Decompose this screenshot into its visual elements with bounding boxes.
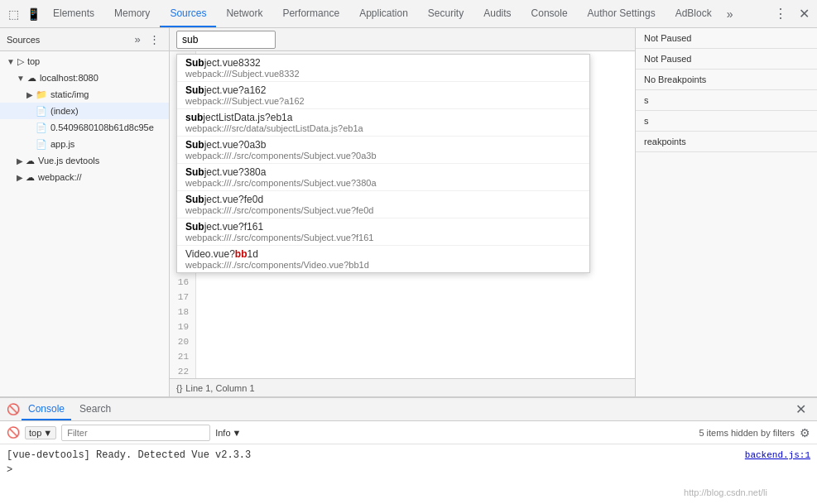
console-tab-console[interactable]: Console <box>22 398 71 420</box>
arrow-icon: ▶ <box>17 173 23 182</box>
autocomplete-item[interactable]: Video.vue?bb1d webpack:///./src/componen… <box>177 246 589 272</box>
tab-performance[interactable]: Performance <box>272 0 349 27</box>
tab-network[interactable]: Network <box>216 0 272 27</box>
tab-memory[interactable]: Memory <box>104 0 160 27</box>
right-panel-row: Not Paused <box>636 28 817 49</box>
mobile-icon[interactable]: 📱 <box>23 4 43 24</box>
search-container: Subject.vue8332 webpack:///Subject.vue83… <box>176 31 276 49</box>
autocomplete-item[interactable]: Subject.vue?fe0d webpack:///./src/compon… <box>177 191 589 218</box>
tree-label: (index) <box>50 106 79 116</box>
right-panel-row: No Breakpoints <box>636 70 817 90</box>
tree-item-webpack[interactable]: ▶ ☁ webpack:// <box>0 169 169 185</box>
close-devtools-button[interactable]: ✕ <box>794 4 814 24</box>
tab-audits[interactable]: Audits <box>473 0 521 27</box>
console-filter-bar: 🚫 top ▼ Info ▼ 5 items hidden by filters… <box>0 421 817 444</box>
tree-item-appjs[interactable]: ▶ 📄 app.js <box>0 136 169 152</box>
level-value: Info <box>215 428 230 438</box>
tree-label: static/img <box>50 89 89 99</box>
tab-sources[interactable]: Sources <box>160 0 216 27</box>
tree-item-static-img[interactable]: ▶ 📁 static/img <box>0 86 169 103</box>
level-selector[interactable]: Info ▼ <box>215 428 241 438</box>
tree-item-vue-devtools[interactable]: ▶ ☁ Vue.js devtools <box>0 152 169 169</box>
right-panel-row: reakpoints <box>636 132 817 152</box>
sidebar-more-button[interactable]: » <box>129 31 146 48</box>
folder-icon: 📁 <box>36 89 47 100</box>
console-tab-search[interactable]: Search <box>73 398 118 420</box>
file-icon: 📄 <box>36 106 47 117</box>
backend-link[interactable]: backend.js:1 <box>745 448 810 463</box>
arrow-icon: ▼ <box>17 74 25 83</box>
watermark: http://blog.csdn.net/li <box>684 487 767 497</box>
arrow-icon: ▶ <box>26 90 33 99</box>
server-icon: ☁ <box>27 73 36 84</box>
code-footer-icon: {} <box>176 383 182 393</box>
tree-item-chunk[interactable]: ▶ 📄 0.5409680108b61d8c95e <box>0 119 169 136</box>
autocomplete-item[interactable]: Subject.vue?380a webpack:///./src/compon… <box>177 164 589 191</box>
tab-author-settings[interactable]: Author Settings <box>578 0 666 27</box>
sidebar-header: Sources » ⋮ <box>0 28 169 51</box>
toolbar-dots[interactable]: ⋮ <box>771 4 791 24</box>
console-prompt-line: > <box>7 463 810 478</box>
console-close-button[interactable]: ✕ <box>791 400 810 420</box>
code-area: Subject.vue8332 webpack:///Subject.vue83… <box>170 28 635 396</box>
tab-elements[interactable]: Elements <box>43 0 104 27</box>
tab-application[interactable]: Application <box>349 0 418 27</box>
search-input[interactable] <box>176 31 276 49</box>
code-line <box>203 305 628 319</box>
tree-item-localhost[interactable]: ▼ ☁ localhost:8080 <box>0 70 169 86</box>
console-prompt: > <box>7 464 12 476</box>
pause-status-2: Not Paused <box>644 54 691 64</box>
file-icon: 📄 <box>36 139 47 150</box>
console-filter-input[interactable] <box>61 425 210 441</box>
autocomplete-item[interactable]: subjectListData.js?eb1a webpack:///src/d… <box>177 109 589 137</box>
autocomplete-item[interactable]: Subject.vue?a162 webpack:///Subject.vue?… <box>177 82 589 109</box>
panel-value-s1: s <box>644 95 649 105</box>
tree-label: app.js <box>50 139 74 149</box>
breakpoints-status: No Breakpoints <box>644 74 706 84</box>
context-selector[interactable]: top ▼ <box>25 426 56 439</box>
right-panel: Not Paused Not Paused No Breakpoints s s… <box>635 28 817 396</box>
tree-item-top[interactable]: ▼ ▷ top <box>0 53 169 70</box>
console-message-text: [vue-devtools] Ready. Detected Vue v2.3.… <box>7 449 251 461</box>
console-filter-icon[interactable]: 🚫 <box>7 403 20 415</box>
console-settings-button[interactable]: ⚙ <box>800 426 810 439</box>
clear-icon[interactable]: 🚫 <box>7 426 20 439</box>
tab-console[interactable]: Console <box>521 0 578 27</box>
right-panel-row: Not Paused <box>636 49 817 70</box>
code-line <box>203 290 628 305</box>
toolbar-right: ⋮ ✕ <box>771 4 814 24</box>
pause-status: Not Paused <box>644 33 691 43</box>
sources-sidebar: Sources » ⋮ ▼ ▷ top ▼ ☁ localhost:8080 <box>0 28 170 396</box>
more-tabs-button[interactable]: » <box>722 7 738 21</box>
tree-label: 0.5409680108b61d8c95e <box>50 122 154 132</box>
toolbar-tabs: Elements Memory Sources Network Performa… <box>43 0 722 27</box>
arrow-icon: ▼ <box>7 57 15 66</box>
hidden-count: 5 items hidden by filters <box>699 428 795 438</box>
tree-label: Vue.js devtools <box>38 156 99 166</box>
server-icon: ☁ <box>26 172 35 183</box>
panel-value-breakpoints: reakpoints <box>644 137 686 146</box>
main-area: Sources » ⋮ ▼ ▷ top ▼ ☁ localhost:8080 <box>0 28 817 396</box>
file-tree: ▼ ▷ top ▼ ☁ localhost:8080 ▶ 📁 static/im… <box>0 51 169 396</box>
tab-adblock[interactable]: AdBlock <box>666 0 722 27</box>
code-line <box>203 319 628 334</box>
autocomplete-item[interactable]: Subject.vue8332 webpack:///Subject.vue83… <box>177 55 589 82</box>
tab-security[interactable]: Security <box>418 0 473 27</box>
code-footer-position: Line 1, Column 1 <box>185 383 254 393</box>
code-line <box>203 275 628 290</box>
tree-item-index[interactable]: ▶ 📄 (index) <box>0 103 169 119</box>
context-value: top <box>29 428 41 438</box>
console-toolbar: 🚫 Console Search ✕ <box>0 398 817 421</box>
server-icon: ☁ <box>26 156 35 166</box>
panel-value-s2: s <box>644 116 649 126</box>
inspect-icon[interactable]: ⬚ <box>3 4 23 24</box>
sidebar-title: Sources <box>7 35 129 45</box>
autocomplete-item[interactable]: Subject.vue?f161 webpack:///./src/compon… <box>177 218 589 246</box>
code-line <box>203 334 628 349</box>
devtools-toolbar: ⬚ 📱 Elements Memory Sources Network Perf… <box>0 0 817 28</box>
sidebar-settings-button[interactable]: ⋮ <box>146 31 162 48</box>
tree-label: localhost:8080 <box>40 73 99 83</box>
tree-label: webpack:// <box>38 172 82 182</box>
level-arrow: ▼ <box>233 428 242 438</box>
autocomplete-item[interactable]: Subject.vue?0a3b webpack:///./src/compon… <box>177 137 589 164</box>
